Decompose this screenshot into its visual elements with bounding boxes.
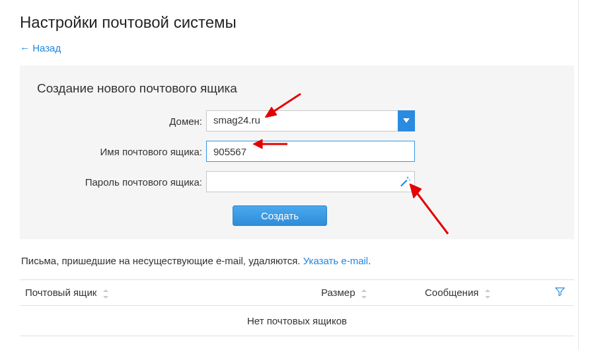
mailbox-name-label: Имя почтового ящика:: [37, 146, 206, 157]
sort-icon[interactable]: [484, 289, 491, 299]
col-messages-label: Сообщения: [425, 287, 478, 298]
svg-line-1: [270, 94, 301, 114]
main-content: Настройки почтовой системы ← Назад Созда…: [0, 0, 594, 349]
annotation-arrow: [408, 184, 453, 237]
svg-line-5: [415, 190, 448, 234]
svg-marker-0: [403, 118, 410, 123]
mailbox-name-row: Имя почтового ящика:: [37, 141, 557, 162]
info-text: Письма, пришедшие на несуществующие e-ma…: [21, 255, 303, 266]
col-mailbox[interactable]: Почтовый ящик: [20, 280, 297, 306]
mailbox-table: Почтовый ящик Размер Сообщения: [20, 279, 574, 336]
col-size-label: Размер: [321, 287, 355, 298]
sort-icon[interactable]: [361, 289, 367, 299]
set-email-link[interactable]: Указать e-mail: [303, 255, 369, 266]
domain-select-toggle[interactable]: [398, 110, 415, 131]
col-mailbox-label: Почтовый ящик: [25, 287, 96, 298]
create-button[interactable]: Создать: [233, 205, 327, 226]
mailbox-password-input[interactable]: [206, 171, 415, 192]
mailbox-password-label: Пароль почтового ящика:: [37, 176, 206, 188]
annotation-arrow: [264, 91, 303, 118]
mailbox-password-row: Пароль почтового ящика:: [37, 171, 557, 192]
domain-select[interactable]: smag24.ru: [206, 110, 415, 131]
table-empty-row: Нет почтовых ящиков: [20, 306, 574, 336]
col-filter[interactable]: [524, 280, 574, 306]
col-messages[interactable]: Сообщения: [391, 280, 524, 306]
chevron-down-icon: [403, 118, 410, 124]
back-link[interactable]: ← Назад: [20, 42, 61, 54]
svg-marker-2: [265, 107, 277, 118]
table-empty-cell: Нет почтовых ящиков: [20, 306, 574, 336]
svg-marker-4: [253, 139, 262, 149]
filter-icon[interactable]: [555, 287, 565, 297]
domain-label: Домен:: [37, 116, 206, 127]
table-header-row: Почтовый ящик Размер Сообщения: [20, 280, 574, 306]
page-title: Настройки почтовой системы: [20, 13, 574, 32]
vertical-divider: [578, 0, 579, 349]
sort-icon[interactable]: [102, 289, 109, 299]
info-trailing: .: [368, 255, 371, 266]
mailbox-name-input[interactable]: [206, 141, 415, 162]
info-line: Письма, пришедшие на несуществующие e-ma…: [20, 255, 574, 266]
annotation-arrow: [253, 137, 290, 151]
col-size[interactable]: Размер: [297, 280, 392, 306]
